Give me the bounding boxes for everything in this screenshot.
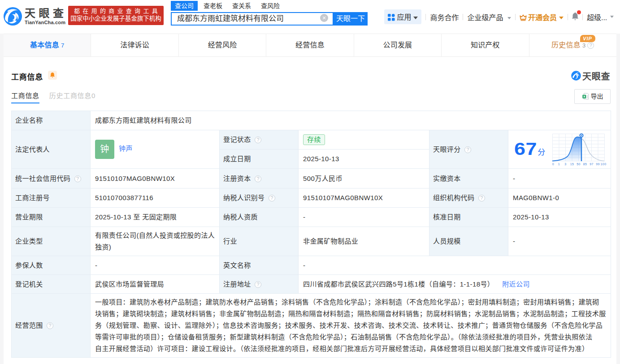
svg-text:50: 50 (577, 163, 581, 166)
svg-text:1: 1 (558, 163, 560, 166)
svg-text:0: 0 (552, 163, 554, 166)
svg-text:97: 97 (590, 163, 594, 166)
svg-text:100: 100 (601, 163, 607, 166)
svg-text:99: 99 (596, 163, 600, 166)
svg-text:85: 85 (583, 163, 587, 166)
svg-text:15: 15 (570, 163, 574, 166)
svg-text:3: 3 (564, 163, 566, 166)
